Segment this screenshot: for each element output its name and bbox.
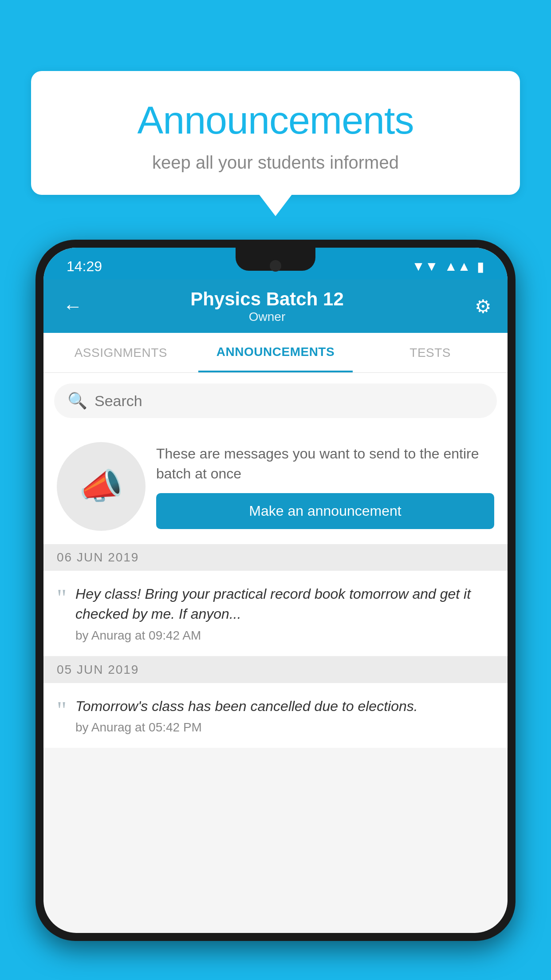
announcement-body-1: Hey class! Bring your practical record b… (75, 584, 494, 643)
search-icon: 🔍 (67, 391, 87, 410)
bubble-subtitle: keep all your students informed (53, 153, 498, 173)
announcement-promo: 📣 These are messages you want to send to… (43, 429, 508, 544)
quote-icon-2: " (57, 698, 67, 735)
announcement-meta-1: by Anurag at 09:42 AM (75, 628, 494, 643)
quote-icon-1: " (57, 586, 67, 643)
tabs-bar: ASSIGNMENTS ANNOUNCEMENTS TESTS (43, 333, 508, 373)
batch-name: Physics Batch 12 (59, 288, 475, 310)
app-bar-title-block: Physics Batch 12 Owner (59, 288, 475, 324)
make-announcement-button[interactable]: Make an announcement (156, 493, 494, 529)
search-input[interactable] (94, 392, 484, 410)
tab-announcements[interactable]: ANNOUNCEMENTS (198, 333, 353, 372)
signal-icon: ▲▲ (445, 259, 471, 274)
content-area: 🔍 📣 These are messages you want to send … (43, 373, 508, 748)
date-separator-2: 05 JUN 2019 (43, 656, 508, 683)
phone-camera (270, 260, 281, 272)
promo-right: These are messages you want to send to t… (156, 444, 494, 530)
announcement-body-2: Tomorrow's class has been cancelled due … (75, 696, 494, 735)
announcement-text-2: Tomorrow's class has been cancelled due … (75, 696, 494, 716)
battery-icon: ▮ (477, 259, 484, 274)
phone-outer: 14:29 ▼▼ ▲▲ ▮ ← Physics Batch 12 Owner ⚙… (35, 240, 516, 941)
app-bar: ← Physics Batch 12 Owner ⚙ (43, 280, 508, 333)
announcement-item-1: " Hey class! Bring your practical record… (43, 571, 508, 656)
announcement-text-1: Hey class! Bring your practical record b… (75, 584, 494, 624)
settings-button[interactable]: ⚙ (475, 296, 492, 317)
date-separator-1: 06 JUN 2019 (43, 544, 508, 571)
megaphone-icon: 📣 (79, 466, 123, 507)
announcement-item-2: " Tomorrow's class has been cancelled du… (43, 683, 508, 748)
speech-bubble: Announcements keep all your students inf… (31, 71, 520, 195)
phone-container: 14:29 ▼▼ ▲▲ ▮ ← Physics Batch 12 Owner ⚙… (35, 240, 516, 980)
batch-role: Owner (59, 310, 475, 324)
bubble-title: Announcements (53, 98, 498, 143)
promo-icon-circle: 📣 (57, 442, 146, 531)
phone-notch (236, 248, 315, 271)
wifi-icon: ▼▼ (412, 259, 438, 274)
status-time: 14:29 (67, 258, 102, 275)
status-icons: ▼▼ ▲▲ ▮ (412, 259, 484, 274)
tab-assignments[interactable]: ASSIGNMENTS (43, 333, 198, 372)
announcement-meta-2: by Anurag at 05:42 PM (75, 720, 494, 735)
phone-screen: 14:29 ▼▼ ▲▲ ▮ ← Physics Batch 12 Owner ⚙… (43, 248, 508, 933)
promo-description: These are messages you want to send to t… (156, 444, 494, 484)
tab-tests[interactable]: TESTS (353, 333, 508, 372)
search-bar[interactable]: 🔍 (54, 383, 497, 418)
